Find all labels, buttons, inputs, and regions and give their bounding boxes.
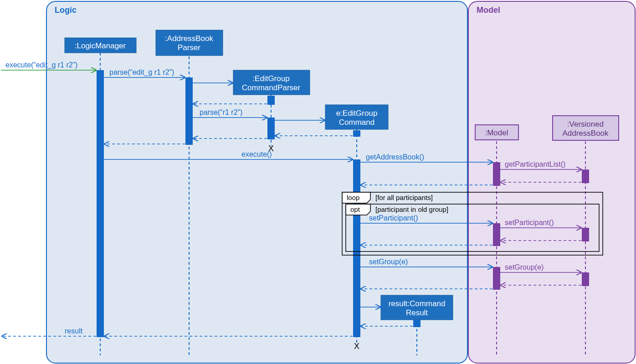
svg-text:loop: loop: [347, 194, 359, 201]
svg-text:parse(“r1 r2”): parse(“r1 r2”): [200, 108, 242, 116]
vab-act-3: [582, 272, 589, 286]
logicmanager-activation: [97, 70, 104, 337]
svg-text:opt: opt: [350, 205, 360, 213]
svg-text:[for all participants]: [for all participants]: [375, 194, 433, 201]
logic-frame-title: Logic: [55, 5, 77, 15]
svg-text:getAddressBook(): getAddressBook(): [366, 153, 424, 161]
svg-text:setGroup(e): setGroup(e): [369, 258, 408, 266]
addressbookparser-activation: [185, 77, 193, 145]
sequence-diagram: Logic Model :LogicManager :AddressBook P…: [0, 0, 636, 364]
svg-text:Parser: Parser: [178, 43, 200, 52]
svg-text:e:EditGroup: e:EditGroup: [336, 109, 378, 118]
svg-text:setGroup(e): setGroup(e): [505, 263, 544, 271]
egcp-activation-2: [267, 118, 275, 139]
svg-text:result: result: [65, 327, 83, 335]
svg-text::AddressBook: :AddressBook: [165, 34, 213, 43]
egc-destroy-icon: X: [354, 342, 359, 351]
egcp-activation-1: [267, 96, 275, 105]
svg-text:Result: Result: [406, 308, 428, 317]
egc-activation-1: [353, 159, 360, 337]
model-frame-title: Model: [477, 5, 500, 15]
svg-text:result:Command: result:Command: [389, 299, 446, 308]
svg-text:AddressBook: AddressBook: [562, 129, 609, 138]
svg-text::Versioned: :Versioned: [567, 120, 604, 128]
svg-text:Command: Command: [339, 118, 374, 127]
svg-text::EditGroup: :EditGroup: [252, 74, 289, 83]
svg-text:parse(“edit_g r1 r2”): parse(“edit_g r1 r2”): [109, 68, 174, 77]
svg-text:setParticipant(): setParticipant(): [505, 219, 554, 226]
model-act-1: [493, 162, 500, 186]
svg-text:[participant in old group]: [participant in old group]: [375, 205, 448, 213]
vab-act-2: [582, 228, 589, 241]
cr-activation: [413, 320, 421, 327]
svg-text:getParticipantList(): getParticipantList(): [505, 160, 565, 168]
model-act-3: [493, 267, 500, 290]
svg-text:execute(): execute(): [241, 150, 272, 158]
svg-text::Model: :Model: [485, 128, 508, 137]
svg-text:CommandParser: CommandParser: [242, 83, 301, 92]
vab-act-1: [582, 169, 589, 183]
egc-activation-0: [353, 130, 360, 137]
svg-text:execute(“edit_g r1 r2”): execute(“edit_g r1 r2”): [5, 61, 77, 69]
svg-text::LogicManager: :LogicManager: [75, 41, 126, 50]
model-act-2: [493, 223, 500, 246]
svg-text:setParticipant(): setParticipant(): [369, 214, 418, 222]
